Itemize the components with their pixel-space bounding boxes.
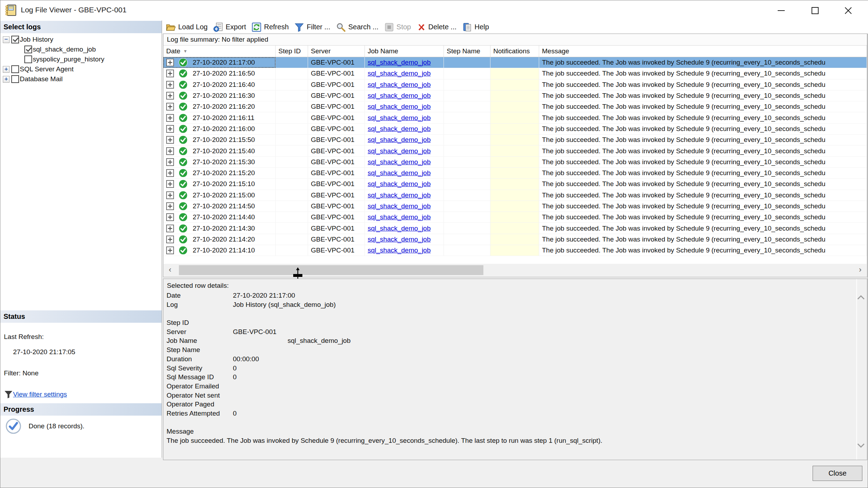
log-tree-item[interactable]: + SQL Server Agent [0,64,162,74]
log-checkbox[interactable] [11,75,19,83]
expand-row-icon[interactable] [166,225,174,232]
log-checkbox[interactable] [11,65,19,73]
scroll-down-arrow[interactable] [857,442,865,450]
expand-row-icon[interactable] [166,70,174,77]
expand-row-icon[interactable] [166,59,174,66]
column-header-date[interactable]: Date▼ [163,46,276,57]
details-field-label: Operator Paged [167,400,214,408]
expand-row-icon[interactable] [166,92,174,100]
job-name-link[interactable]: sql_shack_demo_job [368,246,431,254]
job-name-link[interactable]: sql_shack_demo_job [368,169,431,177]
table-row[interactable]: 27-10-2020 21:15:00 GBE-VPC-001 sql_shac… [163,190,867,201]
refresh-button[interactable]: Refresh [252,22,289,32]
minimize-button[interactable] [770,0,793,20]
message-cell: The job succeeded. The Job was invoked b… [539,68,867,79]
table-row[interactable]: 27-10-2020 21:15:10 GBE-VPC-001 sql_shac… [163,179,867,190]
table-row[interactable]: 27-10-2020 21:16:40 GBE-VPC-001 sql_shac… [163,79,867,90]
log-tree-item[interactable]: − Job History [0,35,162,44]
job-name-link[interactable]: sql_shack_demo_job [368,191,431,199]
close-button[interactable]: Close [813,466,862,481]
table-row[interactable]: 27-10-2020 21:14:40 GBE-VPC-001 sql_shac… [163,212,867,223]
expand-row-icon[interactable] [166,191,174,199]
expand-row-icon[interactable] [166,81,174,89]
column-header-job-name[interactable]: Job Name [365,46,444,57]
table-row[interactable]: 27-10-2020 21:16:20 GBE-VPC-001 sql_shac… [163,101,867,112]
expand-row-icon[interactable] [166,180,174,188]
column-header-message[interactable]: Message [539,46,867,57]
table-row[interactable]: 27-10-2020 21:15:50 GBE-VPC-001 sql_shac… [163,135,867,145]
job-name-link[interactable]: sql_shack_demo_job [368,136,431,144]
delete-button[interactable]: Delete ... [417,23,457,32]
column-header-server[interactable]: Server [308,46,365,57]
log-checkbox[interactable] [24,55,32,63]
log-tree-item[interactable]: sql_shack_demo_job [0,44,162,54]
job-name-link[interactable]: sql_shack_demo_job [368,147,431,155]
table-row[interactable]: 27-10-2020 21:15:40 GBE-VPC-001 sql_shac… [163,145,867,156]
job-name-link[interactable]: sql_shack_demo_job [368,213,431,221]
minimize-icon [777,6,786,15]
expand-row-icon[interactable] [166,136,174,144]
table-row[interactable]: 27-10-2020 21:16:11 GBE-VPC-001 sql_shac… [163,112,867,123]
job-name-link[interactable]: sql_shack_demo_job [368,114,431,122]
expand-row-icon[interactable] [166,246,174,254]
job-name-link[interactable]: sql_shack_demo_job [368,125,431,133]
export-button[interactable]: Export [213,22,246,32]
job-name-link[interactable]: sql_shack_demo_job [368,180,431,188]
view-filter-settings-link[interactable]: View filter settings [13,391,67,398]
table-row[interactable]: 27-10-2020 21:17:00 GBE-VPC-001 sql_shac… [163,57,867,68]
search-button[interactable]: Search ... [336,22,379,32]
filter-button[interactable]: Filter ... [294,22,330,32]
job-name-link[interactable]: sql_shack_demo_job [368,92,431,100]
column-header-step-name[interactable]: Step Name [444,46,490,57]
load-log-button[interactable]: Load Log [166,23,207,32]
job-name-link[interactable]: sql_shack_demo_job [368,158,431,166]
expand-row-icon[interactable] [166,103,174,111]
column-header-step-id[interactable]: Step ID [276,46,308,57]
table-row[interactable]: 27-10-2020 21:14:50 GBE-VPC-001 sql_shac… [163,201,867,212]
expand-row-icon[interactable] [166,114,174,122]
tree-expander-icon[interactable]: − [3,36,10,43]
log-checkbox[interactable] [11,36,19,43]
job-name-link[interactable]: sql_shack_demo_job [368,202,431,210]
expand-row-icon[interactable] [166,202,174,210]
expand-row-icon[interactable] [166,147,174,155]
message-cell: The job succeeded. The Job was invoked b… [539,157,867,167]
expand-row-icon[interactable] [166,125,174,133]
tree-expander-icon[interactable]: + [3,76,10,83]
job-name-link[interactable]: sql_shack_demo_job [368,225,431,232]
close-window-button[interactable] [837,0,860,20]
table-row[interactable]: 27-10-2020 21:14:10 GBE-VPC-001 sql_shac… [163,245,867,256]
horizontal-scrollbar-thumb[interactable] [179,265,483,275]
help-button[interactable]: Help [462,22,489,32]
expand-row-icon[interactable] [166,236,174,243]
log-tree-item[interactable]: + Database Mail [0,74,162,84]
message-cell: The job succeeded. The Job was invoked b… [539,112,867,123]
table-row[interactable]: 27-10-2020 21:16:00 GBE-VPC-001 sql_shac… [163,124,867,135]
table-row[interactable]: 27-10-2020 21:15:30 GBE-VPC-001 sql_shac… [163,157,867,168]
job-name-link[interactable]: sql_shack_demo_job [368,70,431,77]
table-row[interactable]: 27-10-2020 21:14:30 GBE-VPC-001 sql_shac… [163,223,867,234]
table-row[interactable]: 27-10-2020 21:16:30 GBE-VPC-001 sql_shac… [163,90,867,101]
job-name-link[interactable]: sql_shack_demo_job [368,236,431,243]
log-checkbox[interactable] [24,46,32,53]
column-header-notifications[interactable]: Notifications [490,46,539,57]
refresh-label: Refresh [264,23,289,31]
expand-row-icon[interactable] [166,169,174,177]
log-tree-item[interactable]: syspolicy_purge_history [0,54,162,64]
expand-row-icon[interactable] [166,213,174,221]
table-row[interactable]: 27-10-2020 21:15:20 GBE-VPC-001 sql_shac… [163,168,867,179]
scroll-up-arrow[interactable] [857,294,865,302]
expand-row-icon[interactable] [166,158,174,166]
vertical-scrollbar-track[interactable] [856,279,857,460]
horizontal-scrollbar[interactable]: ‹ › [164,264,867,276]
table-row[interactable]: 27-10-2020 21:16:50 GBE-VPC-001 sql_shac… [163,68,867,79]
job-name-link[interactable]: sql_shack_demo_job [368,103,431,111]
job-name-link[interactable]: sql_shack_demo_job [368,59,431,66]
job-name-link[interactable]: sql_shack_demo_job [368,81,431,89]
scroll-left-arrow[interactable]: ‹ [164,264,176,276]
scroll-right-arrow[interactable]: › [854,264,867,276]
maximize-button[interactable] [803,0,827,20]
server-cell: GBE-VPC-001 [308,168,365,178]
tree-expander-icon[interactable]: + [3,66,10,73]
table-row[interactable]: 27-10-2020 21:14:20 GBE-VPC-001 sql_shac… [163,234,867,245]
